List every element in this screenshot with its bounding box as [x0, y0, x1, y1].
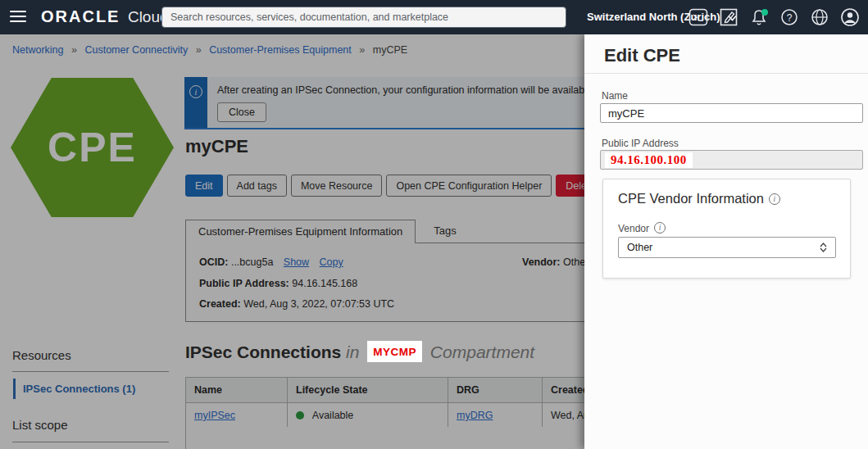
- name-input[interactable]: [600, 103, 863, 123]
- notification-badge-dot: [761, 9, 768, 16]
- oracle-cloud-logo[interactable]: ORACLE Cloud: [41, 7, 169, 26]
- public-ip-field-label: Public IP Address: [602, 138, 679, 149]
- svg-text:?: ?: [787, 12, 793, 24]
- topbar-icon-group: ?: [688, 0, 860, 34]
- name-field-label: Name: [602, 90, 628, 102]
- user-icon[interactable]: [840, 7, 860, 27]
- vendor-select-label: Vendori: [618, 222, 666, 234]
- notifications-icon[interactable]: [749, 7, 769, 27]
- edit-cpe-panel: Edit CPE Name Public IP Address 94.16.10…: [584, 34, 868, 449]
- top-navigation-bar: ORACLE Cloud Switzerland North (Zurich): [0, 0, 868, 34]
- language-icon[interactable]: [810, 7, 829, 27]
- global-search-input[interactable]: [161, 7, 566, 28]
- info-icon[interactable]: i: [769, 193, 780, 205]
- hamburger-menu-icon[interactable]: [10, 11, 26, 24]
- vendor-select[interactable]: Other: [618, 237, 836, 258]
- vendor-label-text: Vendor: [618, 223, 649, 234]
- edit-panel-title: Edit CPE: [604, 45, 680, 66]
- compartment-name-annotation: MYCMP: [367, 341, 422, 362]
- vendor-selected-value: Other: [627, 242, 652, 253]
- brand-oracle: ORACLE: [41, 7, 120, 25]
- public-ip-annotation: 94.16.100.100: [605, 152, 693, 168]
- help-icon[interactable]: ?: [779, 7, 799, 27]
- oracle-cloud-console: ORACLE Cloud Switzerland North (Zurich): [0, 0, 868, 449]
- cloud-shell-icon[interactable]: [688, 7, 708, 27]
- public-ip-input-disabled: 94.16.100.100: [600, 150, 863, 170]
- info-icon[interactable]: i: [654, 222, 666, 234]
- page-content: Networking » Customer Connectivity » Cus…: [0, 34, 868, 449]
- cpe-vendor-information-card: CPE Vendor Informationi Vendori Other: [602, 179, 851, 279]
- edit-announcements-icon[interactable]: [719, 7, 738, 27]
- vendor-card-title: CPE Vendor Informationi: [618, 191, 780, 206]
- select-spinner-icon: [820, 243, 827, 252]
- divider: [584, 73, 868, 74]
- vendor-card-title-text: CPE Vendor Information: [618, 191, 764, 206]
